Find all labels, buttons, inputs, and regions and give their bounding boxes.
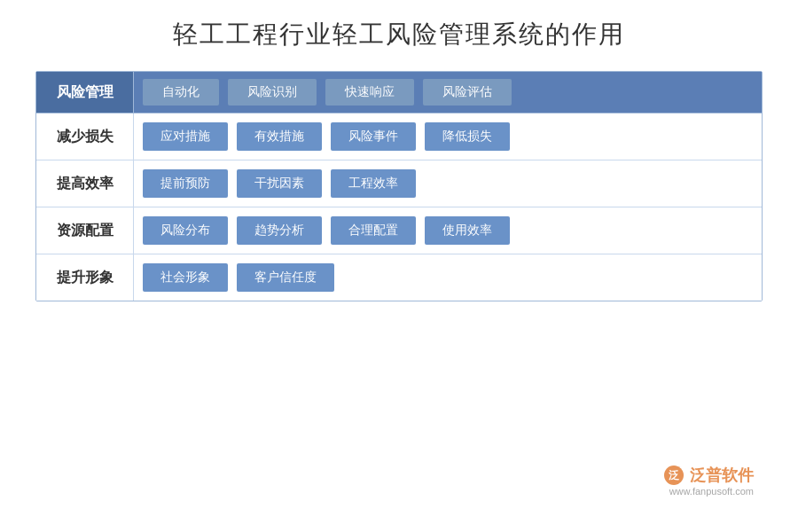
row-tag: 客户信任度: [237, 263, 334, 292]
page-title: 轻工工程行业轻工风险管理系统的作用: [173, 18, 625, 51]
header-tags: 自动化风险识别快速响应风险评估: [134, 72, 762, 113]
header-tag: 自动化: [143, 79, 219, 106]
row-tags: 风险分布趋势分析合理配置使用效率: [134, 207, 762, 254]
row-label: 提高效率: [36, 160, 134, 207]
row-tag: 降低损失: [425, 122, 510, 151]
data-rows-container: 减少损失应对措施有效措施风险事件降低损失提高效率提前预防干扰因素工程效率资源配置…: [36, 113, 762, 301]
row-label: 提升形象: [36, 254, 134, 301]
watermark-url: www.fanpusoft.com: [669, 486, 754, 497]
row-tag: 提前预防: [143, 169, 228, 198]
main-table: 风险管理 自动化风险识别快速响应风险评估 减少损失应对措施有效措施风险事件降低损…: [35, 71, 763, 301]
header-tag: 快速响应: [325, 79, 414, 106]
row-tag: 有效措施: [237, 122, 322, 151]
row-tag: 趋势分析: [237, 216, 322, 245]
header-tag: 风险评估: [423, 79, 512, 106]
watermark-logo: 泛 泛普软件: [664, 465, 754, 486]
header-row: 风险管理 自动化风险识别快速响应风险评估: [36, 72, 762, 113]
header-label: 风险管理: [36, 72, 134, 113]
page-wrapper: 轻工工程行业轻工风险管理系统的作用 风险管理 自动化风险识别快速响应风险评估 减…: [0, 0, 798, 532]
row-tag: 使用效率: [425, 216, 510, 245]
data-row: 提升形象社会形象客户信任度: [36, 254, 762, 301]
data-row: 减少损失应对措施有效措施风险事件降低损失: [36, 113, 762, 160]
row-tag: 合理配置: [331, 216, 416, 245]
row-tag: 风险分布: [143, 216, 228, 245]
row-tags: 提前预防干扰因素工程效率: [134, 160, 762, 207]
row-label: 减少损失: [36, 113, 134, 160]
watermark-brand: 泛普软件: [690, 465, 754, 486]
row-tag: 应对措施: [143, 122, 228, 151]
row-tags: 应对措施有效措施风险事件降低损失: [134, 113, 762, 160]
data-row: 资源配置风险分布趋势分析合理配置使用效率: [36, 207, 762, 254]
row-tag: 风险事件: [331, 122, 416, 151]
header-tag: 风险识别: [228, 79, 317, 106]
watermark-icon: 泛: [664, 466, 684, 485]
row-tag: 工程效率: [331, 169, 416, 198]
data-row: 提高效率提前预防干扰因素工程效率: [36, 160, 762, 207]
row-label: 资源配置: [36, 207, 134, 254]
row-tag: 干扰因素: [237, 169, 322, 198]
row-tags: 社会形象客户信任度: [134, 254, 762, 301]
watermark: 泛 泛普软件 www.fanpusoft.com: [664, 465, 754, 497]
row-tag: 社会形象: [143, 263, 228, 292]
